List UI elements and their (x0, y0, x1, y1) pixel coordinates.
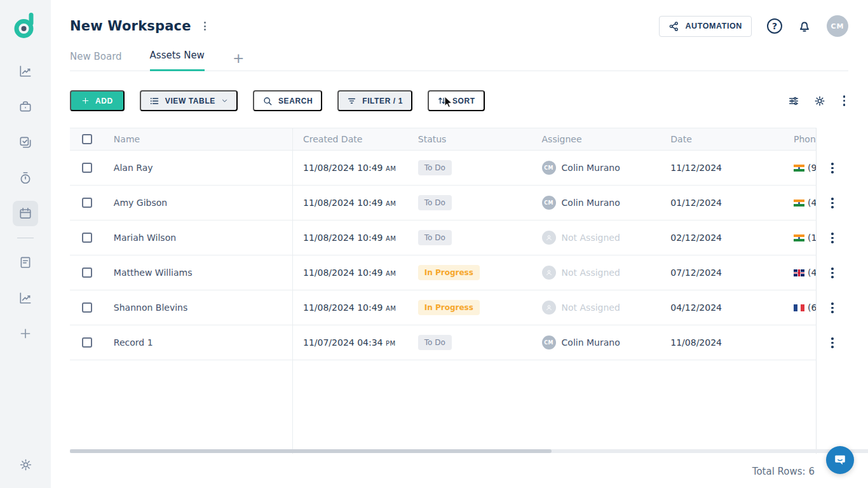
column-header-status[interactable]: Status (413, 134, 537, 144)
board-tabbar: New Board Assets New + (70, 50, 848, 71)
row-assignee-cell[interactable]: CM Colin Murano (537, 196, 667, 210)
sidebar-item-timer[interactable] (13, 165, 38, 191)
row-status-cell[interactable]: In Progress (413, 300, 537, 315)
total-rows-label: Total Rows: 6 (752, 466, 815, 477)
table-row[interactable]: Mariah Wilson 11/08/2024 10:49 AM To Do … (70, 220, 848, 255)
row-menu-button[interactable] (828, 196, 837, 210)
flag-india-icon (794, 234, 804, 241)
search-button[interactable]: SEARCH (253, 90, 322, 111)
add-record-button[interactable]: ADD (70, 90, 125, 111)
row-assignee-cell[interactable]: CM Colin Murano (537, 161, 667, 175)
sidebar-item-add[interactable] (13, 321, 38, 346)
sidebar-divider (17, 238, 34, 238)
sidebar-item-reports[interactable] (13, 285, 38, 311)
row-date[interactable]: 02/12/2024 (667, 233, 794, 243)
row-checkbox[interactable] (82, 198, 92, 208)
search-label: SEARCH (278, 97, 313, 105)
chevron-down-icon (221, 97, 228, 104)
row-date[interactable]: 11/12/2024 (667, 163, 794, 173)
sidebar-item-tasks[interactable] (13, 130, 38, 155)
user-avatar[interactable]: CM (827, 15, 848, 37)
table-row[interactable]: Shannon Blevins 11/08/2024 10:49 AM In P… (70, 290, 848, 325)
row-created-cell[interactable]: 11/08/2024 10:49 AM (293, 268, 413, 278)
row-created-meridiem: AM (386, 200, 396, 207)
sort-button[interactable]: SORT (428, 90, 485, 111)
row-date[interactable]: 11/08/2024 (667, 337, 794, 348)
row-created-cell[interactable]: 11/08/2024 10:49 AM (293, 233, 413, 243)
row-checkbox[interactable] (82, 268, 92, 278)
row-menu-button[interactable] (828, 231, 837, 245)
page-title: New Workspace (70, 18, 191, 34)
filter-button[interactable]: FILTER / 1 (337, 90, 412, 111)
column-header-assignee[interactable]: Assignee (537, 134, 667, 144)
row-phone-value: (4 (808, 198, 816, 208)
row-menu-button[interactable] (828, 161, 837, 175)
sidebar-settings[interactable] (0, 458, 51, 471)
help-button[interactable]: ? (767, 18, 782, 34)
row-phone-cell[interactable]: (4 (794, 268, 816, 278)
row-checkbox[interactable] (82, 337, 92, 348)
row-phone-cell[interactable]: (4 (794, 198, 816, 208)
row-checkbox[interactable] (82, 163, 92, 173)
row-created-cell[interactable]: 11/08/2024 10:49 AM (293, 198, 413, 208)
row-assignee-cell[interactable]: CM Colin Murano (537, 336, 667, 349)
row-status-cell[interactable]: To Do (413, 230, 537, 245)
table-row[interactable]: Amy Gibson 11/08/2024 10:49 AM To Do CM … (70, 186, 848, 220)
row-name[interactable]: Alan Ray (105, 163, 292, 173)
chat-widget-button[interactable] (826, 446, 854, 474)
column-header-name[interactable]: Name (105, 134, 292, 144)
row-checkbox[interactable] (82, 233, 92, 243)
workspace-menu-button[interactable] (201, 19, 208, 33)
row-menu-button[interactable] (828, 266, 837, 280)
document-icon (18, 255, 32, 269)
view-table-button[interactable]: VIEW TABLE (140, 90, 238, 111)
row-menu-button[interactable] (828, 336, 837, 349)
column-header-date[interactable]: Date (667, 134, 794, 144)
automation-button[interactable]: AUTOMATION (659, 16, 752, 37)
row-name[interactable]: Shannon Blevins (105, 302, 292, 313)
timer-icon (18, 171, 32, 185)
row-created-cell[interactable]: 11/08/2024 10:49 AM (293, 302, 413, 313)
tab-new-board[interactable]: New Board (70, 51, 122, 71)
table-row[interactable]: Alan Ray 11/08/2024 10:49 AM To Do CM Co… (70, 151, 848, 186)
row-phone-cell[interactable]: (6 (794, 302, 816, 313)
row-assignee-cell[interactable]: Not Assigned (537, 231, 667, 245)
column-header-phone[interactable]: Phone (794, 134, 816, 144)
row-height-settings-button[interactable] (788, 95, 799, 107)
sidebar-item-notes[interactable] (13, 250, 38, 275)
row-phone-cell[interactable]: (9 (794, 163, 816, 173)
row-name[interactable]: Record 1 (105, 337, 292, 348)
row-assignee-cell[interactable]: Not Assigned (537, 266, 667, 280)
row-name[interactable]: Amy Gibson (105, 198, 292, 208)
row-status-cell[interactable]: To Do (413, 160, 537, 175)
horizontal-scrollbar-track[interactable] (70, 449, 868, 453)
row-name[interactable]: Mariah Wilson (105, 233, 292, 243)
sidebar-item-analytics[interactable] (13, 58, 38, 84)
row-phone-cell[interactable]: (1 (794, 233, 816, 243)
column-header-created-date[interactable]: Created Date (293, 134, 413, 144)
row-assignee-cell[interactable]: Not Assigned (537, 301, 667, 315)
row-name[interactable]: Matthew Williams (105, 268, 292, 278)
app-logo[interactable] (13, 10, 38, 42)
row-created-cell[interactable]: 11/07/2024 04:34 PM (293, 337, 413, 348)
sidebar-item-projects[interactable] (13, 94, 38, 119)
table-settings-button[interactable] (814, 95, 825, 107)
row-status-cell[interactable]: To Do (413, 195, 537, 210)
row-checkbox[interactable] (82, 302, 92, 313)
row-date[interactable]: 04/12/2024 (667, 302, 794, 313)
sidebar-item-calendar[interactable] (13, 201, 38, 226)
add-tab-button[interactable]: + (233, 51, 244, 71)
select-all-checkbox[interactable] (82, 134, 92, 144)
row-date[interactable]: 01/12/2024 (667, 198, 794, 208)
table-row[interactable]: Matthew Williams 11/08/2024 10:49 AM In … (70, 255, 848, 290)
horizontal-scrollbar-thumb[interactable] (70, 449, 552, 453)
row-status-cell[interactable]: In Progress (413, 265, 537, 280)
notifications-button[interactable] (797, 19, 811, 33)
tab-assets-new[interactable]: Assets New (150, 50, 205, 71)
toolbar-more-button[interactable] (840, 94, 849, 107)
row-status-cell[interactable]: To Do (413, 335, 537, 350)
row-created-cell[interactable]: 11/08/2024 10:49 AM (293, 163, 413, 173)
row-date[interactable]: 07/12/2024 (667, 268, 794, 278)
row-menu-button[interactable] (828, 301, 837, 315)
table-row[interactable]: Record 1 11/07/2024 04:34 PM To Do CM Co… (70, 325, 848, 360)
